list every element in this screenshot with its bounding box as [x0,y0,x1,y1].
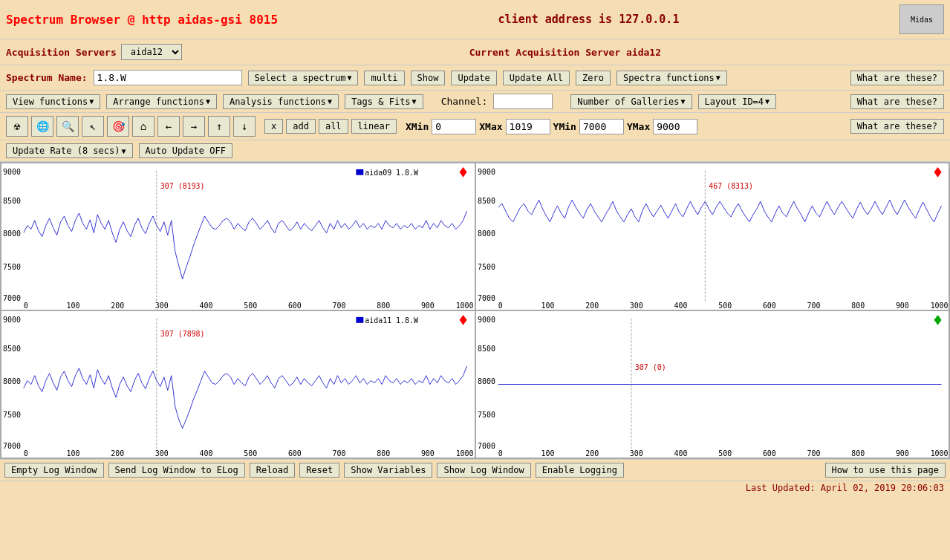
chart-bl-svg: 9000 8500 8000 7500 7000 0 100 200 300 4… [1,311,475,458]
channel-input[interactable] [493,94,553,109]
arrange-functions-button[interactable]: Arrange functions [106,94,217,109]
ymin-input[interactable] [579,119,624,134]
svg-text:500: 500 [244,449,257,458]
tags-fits-button[interactable]: Tags & Fits [345,94,423,109]
svg-text:7000: 7000 [3,294,21,302]
svg-text:800: 800 [851,302,865,310]
svg-text:900: 900 [895,449,908,458]
functions-what-button[interactable]: What are these? [850,94,944,109]
svg-text:1000: 1000 [930,449,948,458]
spectra-functions-button[interactable]: Spectra functions [616,71,727,85]
svg-text:500: 500 [244,302,257,310]
svg-text:100: 100 [541,302,554,310]
zoom-icon[interactable]: 🔍 [56,116,79,137]
svg-text:700: 700 [807,302,820,310]
chart-tl-svg: 9000 8500 8000 7500 7000 0 100 200 300 4… [1,163,475,310]
acquisition-label: Acquisition Servers [6,47,117,58]
add-button[interactable]: add [286,119,316,134]
svg-text:7500: 7500 [3,411,21,419]
acquisition-server-select[interactable]: aida12 [121,44,182,60]
radiation-icon[interactable]: ☢ [6,116,28,137]
show-variables-button[interactable]: Show Variables [344,463,432,478]
svg-text:200: 200 [111,449,124,458]
svg-text:8000: 8000 [3,378,21,386]
auto-update-button[interactable]: Auto Update OFF [139,143,232,158]
svg-text:600: 600 [288,302,302,310]
charts-area: 9000 8500 8000 7500 7000 0 100 200 300 4… [0,162,950,459]
svg-text:aida11 1.8.W: aida11 1.8.W [365,316,418,325]
svg-text:300: 300 [629,449,642,458]
footer-row: Empty Log Window Send Log Window to ELog… [0,459,950,481]
empty-log-button[interactable]: Empty Log Window [4,463,104,478]
svg-text:500: 500 [718,449,732,458]
show-button[interactable]: Show [411,71,446,85]
x-button[interactable]: x [264,119,283,134]
svg-text:8500: 8500 [477,345,495,353]
down-icon[interactable]: ↓ [233,116,256,137]
svg-text:9000: 9000 [477,316,495,324]
svg-marker-41 [934,167,941,178]
xmin-input[interactable] [432,119,476,134]
svg-rect-18 [356,169,363,175]
xmax-label: XMax [479,121,502,132]
update-rate-row: Update Rate (8 secs) Auto Update OFF [0,140,950,162]
svg-text:8000: 8000 [477,230,495,238]
update-rate-button[interactable]: Update Rate (8 secs) [6,143,133,158]
back-icon[interactable]: ← [157,116,180,137]
home-icon[interactable]: ⌂ [132,116,154,137]
select-spectrum-button[interactable]: Select a spectrum [248,71,359,85]
svg-text:200: 200 [585,449,599,458]
svg-marker-84 [934,315,941,325]
layout-id-button[interactable]: Layout ID=4 [698,94,777,109]
chart-br: 9000 8500 8000 7500 7000 0 100 200 300 4… [475,310,950,458]
num-galleries-button[interactable]: Number of Galleries [570,94,692,109]
svg-text:0: 0 [498,449,502,458]
enable-logging-button[interactable]: Enable Logging [536,463,624,478]
svg-text:0: 0 [498,302,502,310]
client-address: client address is 127.0.0.1 [498,13,680,26]
target-icon[interactable]: 🎯 [107,116,129,137]
svg-text:8000: 8000 [3,230,21,238]
svg-text:600: 600 [288,449,302,458]
svg-text:9000: 9000 [477,168,495,176]
update-all-button[interactable]: Update All [503,71,570,85]
spectrum-row: Spectrum Name: Select a spectrum multi S… [0,65,950,91]
cursor-icon[interactable]: ↖ [82,116,104,137]
multi-button[interactable]: multi [364,71,404,85]
show-log-button[interactable]: Show Log Window [437,463,530,478]
ymax-input[interactable] [653,119,697,134]
all-button[interactable]: all [319,119,348,134]
reset-button[interactable]: Reset [299,463,339,478]
view-functions-button[interactable]: View functions [6,94,100,109]
xmax-input[interactable] [506,119,550,134]
svg-text:900: 900 [421,449,435,458]
spectrum-what-button[interactable]: What are these? [850,71,944,85]
up-icon[interactable]: ↑ [208,116,230,137]
reload-button[interactable]: Reload [250,463,295,478]
logo: Midas [899,4,944,34]
svg-text:300: 300 [155,302,169,310]
axis-what-button[interactable]: What are these? [850,119,944,134]
svg-text:7000: 7000 [477,294,495,302]
send-log-button[interactable]: Send Log Window to ELog [108,463,245,478]
svg-text:307 (7898): 307 (7898) [160,331,205,339]
ymin-label: YMin [553,121,576,132]
svg-text:400: 400 [674,449,687,458]
status-bar: Last Updated: April 02, 2019 20:06:03 [0,481,950,495]
svg-text:300: 300 [155,449,169,458]
forward-icon[interactable]: → [183,116,205,137]
svg-text:8500: 8500 [3,345,21,353]
acquisition-row: Acquisition Servers aida12 Current Acqui… [0,39,950,65]
svg-text:400: 400 [200,449,213,458]
svg-text:307 (8193): 307 (8193) [160,183,205,191]
spectrum-name-input[interactable] [94,70,242,85]
analysis-functions-button[interactable]: Analysis functions [223,94,339,109]
svg-text:aida09 1.8.W: aida09 1.8.W [365,169,418,177]
linear-button[interactable]: linear [351,119,397,134]
svg-text:1000: 1000 [930,302,948,310]
svg-text:9000: 9000 [3,316,21,324]
zero-button[interactable]: Zero [576,71,611,85]
globe-icon[interactable]: 🌐 [31,116,53,137]
howto-button[interactable]: How to use this page [825,463,946,478]
update-button[interactable]: Update [451,71,496,85]
